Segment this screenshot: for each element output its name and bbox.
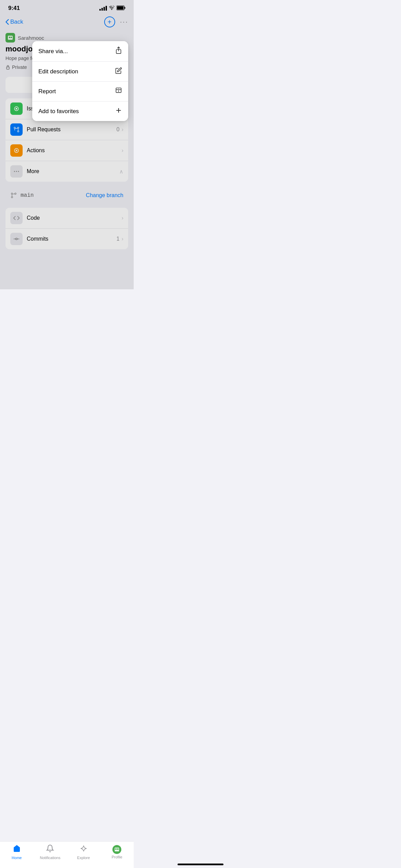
plus-icon: [115, 107, 122, 116]
dropdown-item-share[interactable]: Share via...: [32, 41, 128, 62]
dropdown-menu: Share via... Edit description Report Add…: [32, 41, 128, 121]
pencil-icon: [115, 67, 122, 76]
report-icon: [115, 87, 122, 96]
share-icon: [115, 47, 122, 56]
svg-point-31: [118, 88, 119, 89]
dropdown-item-report[interactable]: Report: [32, 82, 128, 101]
dropdown-item-edit[interactable]: Edit description: [32, 62, 128, 82]
share-label: Share via...: [38, 48, 68, 55]
report-label: Report: [38, 88, 56, 95]
edit-description-label: Edit description: [38, 68, 78, 75]
add-to-favorites-label: Add to favorites: [38, 108, 79, 115]
dropdown-item-favorite[interactable]: Add to favorites: [32, 101, 128, 121]
